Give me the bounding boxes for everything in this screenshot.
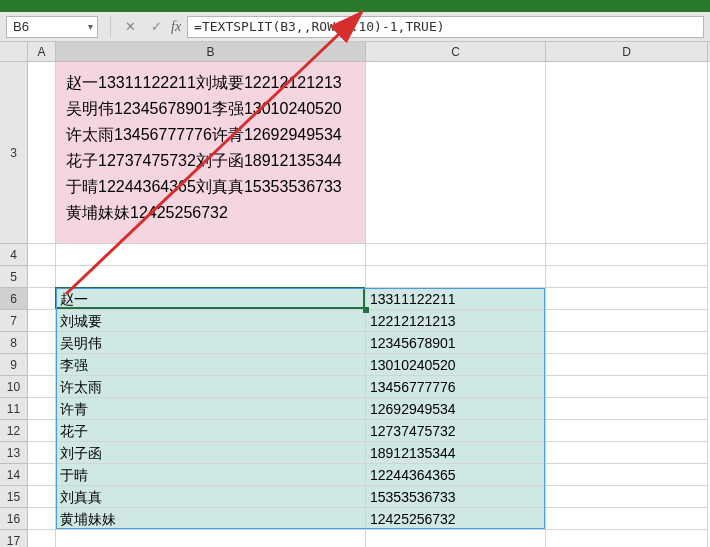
cell-D7[interactable] bbox=[546, 310, 708, 332]
cell-C16[interactable]: 12425256732 bbox=[366, 508, 546, 530]
cell-C4[interactable] bbox=[366, 244, 546, 266]
cell-B15[interactable]: 刘真真 bbox=[56, 486, 366, 508]
cell-A17[interactable] bbox=[28, 530, 56, 547]
col-header-C[interactable]: C bbox=[366, 42, 546, 62]
select-all-corner[interactable] bbox=[0, 42, 28, 62]
cell-B7[interactable]: 刘城要 bbox=[56, 310, 366, 332]
cell-D14[interactable] bbox=[546, 464, 708, 486]
cancel-icon[interactable]: ✕ bbox=[121, 19, 139, 34]
cell-D17[interactable] bbox=[546, 530, 708, 547]
row-11: 11许青12692949534 bbox=[0, 398, 710, 420]
cell-C11[interactable]: 12692949534 bbox=[366, 398, 546, 420]
row-header-5[interactable]: 5 bbox=[0, 266, 28, 288]
cell-C5[interactable] bbox=[366, 266, 546, 288]
worksheet-grid[interactable]: A B C D 3 赵一13311122211刘城要12212121213吴明伟… bbox=[0, 42, 710, 547]
row-header-11[interactable]: 11 bbox=[0, 398, 28, 420]
cell-D8[interactable] bbox=[546, 332, 708, 354]
cell-D5[interactable] bbox=[546, 266, 708, 288]
cell-A13[interactable] bbox=[28, 442, 56, 464]
cell-B4[interactable] bbox=[56, 244, 366, 266]
formula-bar: B6 ✕ ✓ fx =TEXTSPLIT(B3,,ROW(1:10)-1,TRU… bbox=[0, 12, 710, 42]
cell-C10[interactable]: 13456777776 bbox=[366, 376, 546, 398]
row-10: 10许太雨13456777776 bbox=[0, 376, 710, 398]
cell-B9[interactable]: 李强 bbox=[56, 354, 366, 376]
cell-B8[interactable]: 吴明伟 bbox=[56, 332, 366, 354]
cell-D9[interactable] bbox=[546, 354, 708, 376]
cell-B12[interactable]: 花子 bbox=[56, 420, 366, 442]
cell-C8[interactable]: 12345678901 bbox=[366, 332, 546, 354]
row-header-16[interactable]: 16 bbox=[0, 508, 28, 530]
row-16: 16黄埔妹妹12425256732 bbox=[0, 508, 710, 530]
cell-D13[interactable] bbox=[546, 442, 708, 464]
row-header-17[interactable]: 17 bbox=[0, 530, 28, 547]
enter-icon[interactable]: ✓ bbox=[147, 19, 165, 34]
cell-A5[interactable] bbox=[28, 266, 56, 288]
cell-A6[interactable] bbox=[28, 288, 56, 310]
column-header-row: A B C D bbox=[0, 42, 710, 62]
cell-C7[interactable]: 12212121213 bbox=[366, 310, 546, 332]
row-header-3[interactable]: 3 bbox=[0, 62, 28, 244]
cell-C13[interactable]: 18912135344 bbox=[366, 442, 546, 464]
name-box[interactable]: B6 bbox=[6, 16, 98, 38]
cell-D15[interactable] bbox=[546, 486, 708, 508]
cell-A12[interactable] bbox=[28, 420, 56, 442]
cell-B5[interactable] bbox=[56, 266, 366, 288]
fx-label[interactable]: fx bbox=[171, 19, 181, 35]
col-header-D[interactable]: D bbox=[546, 42, 708, 62]
cell-D12[interactable] bbox=[546, 420, 708, 442]
row-header-8[interactable]: 8 bbox=[0, 332, 28, 354]
cell-B17[interactable] bbox=[56, 530, 366, 547]
separator bbox=[110, 16, 111, 38]
cell-D11[interactable] bbox=[546, 398, 708, 420]
cell-A16[interactable] bbox=[28, 508, 56, 530]
cell-A3[interactable] bbox=[28, 62, 56, 244]
col-header-A[interactable]: A bbox=[28, 42, 56, 62]
cell-A7[interactable] bbox=[28, 310, 56, 332]
cell-D16[interactable] bbox=[546, 508, 708, 530]
col-header-B[interactable]: B bbox=[56, 42, 366, 62]
cell-D10[interactable] bbox=[546, 376, 708, 398]
row-header-4[interactable]: 4 bbox=[0, 244, 28, 266]
row-header-13[interactable]: 13 bbox=[0, 442, 28, 464]
cell-C15[interactable]: 15353536733 bbox=[366, 486, 546, 508]
cell-A8[interactable] bbox=[28, 332, 56, 354]
formula-input[interactable]: =TEXTSPLIT(B3,,ROW(1:10)-1,TRUE) bbox=[187, 16, 704, 38]
row-header-15[interactable]: 15 bbox=[0, 486, 28, 508]
cell-C17[interactable] bbox=[366, 530, 546, 547]
cell-A11[interactable] bbox=[28, 398, 56, 420]
cell-D3[interactable] bbox=[546, 62, 708, 244]
cell-B16[interactable]: 黄埔妹妹 bbox=[56, 508, 366, 530]
cell-A4[interactable] bbox=[28, 244, 56, 266]
cell-A9[interactable] bbox=[28, 354, 56, 376]
cell-B3-merged[interactable]: 赵一13311122211刘城要12212121213吴明伟1234567890… bbox=[56, 62, 366, 244]
cell-D6[interactable] bbox=[546, 288, 708, 310]
cell-C12[interactable]: 12737475732 bbox=[366, 420, 546, 442]
cell-C3[interactable] bbox=[366, 62, 546, 244]
cell-B14[interactable]: 于晴 bbox=[56, 464, 366, 486]
row-header-12[interactable]: 12 bbox=[0, 420, 28, 442]
row-4: 4 bbox=[0, 244, 710, 266]
row-17: 17 bbox=[0, 530, 710, 547]
cell-A15[interactable] bbox=[28, 486, 56, 508]
cell-B11[interactable]: 许青 bbox=[56, 398, 366, 420]
row-header-10[interactable]: 10 bbox=[0, 376, 28, 398]
row-header-7[interactable]: 7 bbox=[0, 310, 28, 332]
row-12: 12花子12737475732 bbox=[0, 420, 710, 442]
cell-B10[interactable]: 许太雨 bbox=[56, 376, 366, 398]
row-3: 3 赵一13311122211刘城要12212121213吴明伟12345678… bbox=[0, 62, 710, 244]
row-9: 9李强13010240520 bbox=[0, 354, 710, 376]
cell-C9[interactable]: 13010240520 bbox=[366, 354, 546, 376]
row-header-9[interactable]: 9 bbox=[0, 354, 28, 376]
row-13: 13刘子函18912135344 bbox=[0, 442, 710, 464]
cell-B13[interactable]: 刘子函 bbox=[56, 442, 366, 464]
cell-A14[interactable] bbox=[28, 464, 56, 486]
cell-C6[interactable]: 13311122211 bbox=[366, 288, 546, 310]
row-header-6[interactable]: 6 bbox=[0, 288, 28, 310]
ribbon-tabs bbox=[0, 0, 710, 12]
row-6: 6赵一13311122211 bbox=[0, 288, 710, 310]
cell-D4[interactable] bbox=[546, 244, 708, 266]
cell-B6[interactable]: 赵一 bbox=[56, 288, 366, 310]
row-header-14[interactable]: 14 bbox=[0, 464, 28, 486]
cell-C14[interactable]: 12244364365 bbox=[366, 464, 546, 486]
cell-A10[interactable] bbox=[28, 376, 56, 398]
